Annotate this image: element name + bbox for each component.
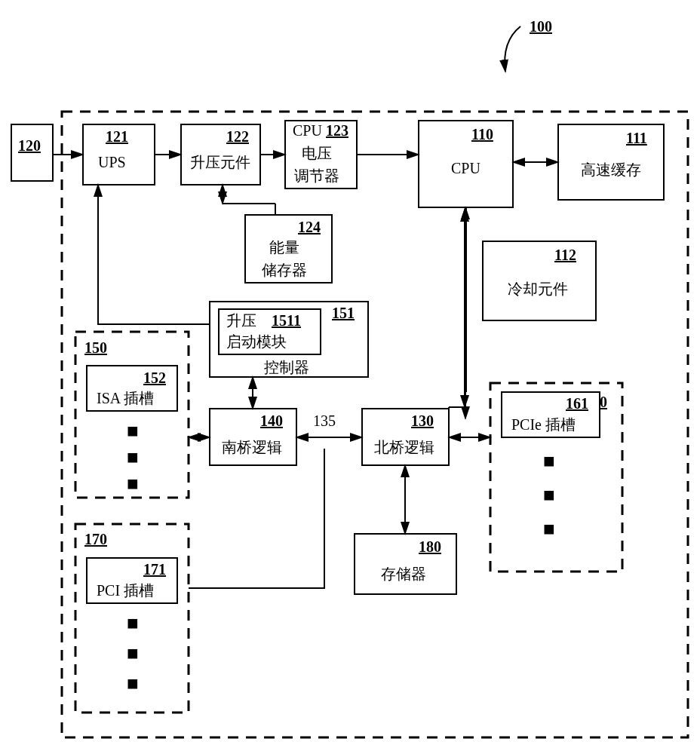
southbridge-block — [210, 409, 296, 465]
pcie-slot-label: PCIe 插槽 — [511, 416, 576, 433]
isa-slot-ref: 152 — [143, 369, 166, 386]
estore-ref: 124 — [298, 219, 321, 235]
sub-l1: 升压 — [226, 312, 256, 329]
pci-group-ref: 170 — [84, 531, 107, 547]
cpu-label: CPU — [451, 160, 480, 176]
cool-label: 冷却元件 — [508, 280, 568, 297]
isa-slot-label: ISA 插槽 — [97, 390, 154, 406]
mem-ref: 180 — [419, 538, 441, 555]
sb-ref: 140 — [260, 412, 283, 429]
ups-label: UPS — [98, 154, 126, 170]
pcie-slot-ref: 161 — [566, 395, 588, 412]
nb-label: 北桥逻辑 — [374, 439, 434, 455]
isa-dots: ■ — [127, 420, 139, 442]
pci-slot-label: PCI 插槽 — [97, 582, 154, 599]
vreg-bot: 调节器 — [294, 167, 339, 184]
cool-ref: 112 — [554, 247, 576, 263]
boost-ref: 122 — [226, 128, 249, 145]
pcie-dots: ■ — [543, 518, 555, 540]
architecture-diagram: 100 120 121 UPS 122 升压元件 CPU 123 电压 调节器 … — [0, 0, 700, 754]
sub-l2: 启动模块 — [226, 333, 287, 350]
pci-dots: ■ — [127, 642, 139, 664]
sb-label: 南桥逻辑 — [222, 439, 282, 455]
vreg-mid: 电压 — [302, 145, 332, 161]
controller-label: 控制器 — [264, 359, 309, 375]
isa-dots: ■ — [127, 446, 139, 468]
isa-dots: ■ — [127, 473, 139, 495]
pcie-dots: ■ — [543, 450, 555, 472]
bus-label: 135 — [313, 412, 336, 429]
nb-ref: 130 — [411, 412, 434, 429]
pci-dots: ■ — [127, 612, 139, 634]
vreg-top: CPU — [293, 122, 322, 139]
controller-ref: 151 — [332, 305, 355, 321]
boost-label: 升压元件 — [190, 154, 250, 170]
mem-label: 存储器 — [381, 566, 426, 582]
cache-label: 高速缓存 — [581, 161, 641, 178]
figure-ref: 100 — [530, 18, 552, 35]
ups-ref: 121 — [106, 128, 128, 145]
estore-l2: 储存器 — [262, 262, 307, 278]
isa-group-ref: 150 — [84, 339, 107, 356]
estore-l1: 能量 — [269, 239, 299, 256]
vreg-ref: 123 — [326, 122, 348, 139]
cache-ref: 111 — [626, 130, 647, 146]
pcie-dots: ■ — [543, 484, 555, 506]
external-ref: 120 — [18, 137, 41, 154]
pci-slot-ref: 171 — [143, 561, 166, 578]
sub-ref: 1511 — [272, 312, 301, 329]
northbridge-block — [362, 409, 449, 465]
pci-dots: ■ — [127, 673, 139, 694]
cpu-ref: 110 — [471, 126, 493, 143]
